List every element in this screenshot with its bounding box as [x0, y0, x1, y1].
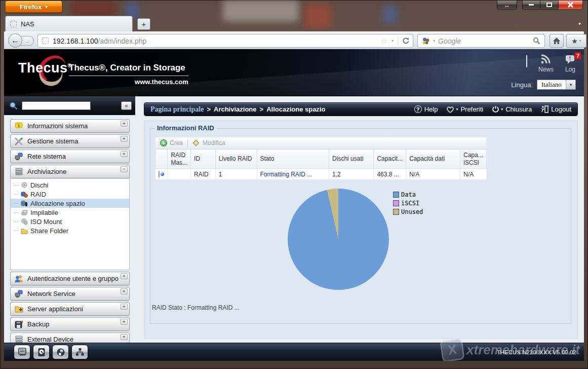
- expand-icon[interactable]: +: [121, 121, 128, 127]
- sidebar-collapse-button[interactable]: «: [121, 101, 132, 110]
- create-button[interactable]: + Crea: [160, 139, 183, 146]
- footer-disk-status-button[interactable]: [33, 345, 50, 359]
- close-button[interactable]: [559, 0, 583, 10]
- expand-icon[interactable]: +: [121, 151, 128, 157]
- section-label: Server applicazioni: [27, 305, 83, 313]
- bookmark-star-icon[interactable]: ☆: [381, 36, 387, 46]
- url-bar[interactable]: 192.168.1.100/adm/index.php ☆ ▾: [37, 34, 413, 48]
- tagline-text: Thecus®, Creator in Storage: [69, 63, 188, 76]
- sidebar-section-network-service[interactable]: Network Service +: [10, 287, 130, 301]
- log-button[interactable]: ! 7 Log: [565, 54, 576, 73]
- sidebar-section-server-applicazioni[interactable]: Server applicazioni +: [10, 302, 130, 316]
- raid-radio-button[interactable]: [159, 170, 160, 178]
- header-disks-used[interactable]: Dischi usati: [329, 150, 374, 169]
- breadcrumb-home-link[interactable]: Pagina principale: [150, 105, 204, 114]
- app-folder-icon: [15, 305, 23, 313]
- title-bar: Firefox ▾ ↔: [0, 0, 588, 15]
- sidebar-item-share-folder[interactable]: Share Folder: [11, 226, 129, 235]
- search-engine-dropdown-icon[interactable]: ▾: [433, 39, 435, 43]
- sidebar-item-allocazione-spazio[interactable]: Allocazione spazio: [11, 199, 129, 208]
- site-url-text: www.thecus.com: [69, 78, 188, 86]
- search-bar[interactable]: ▾ Google: [417, 34, 545, 48]
- header-actions: News ! 7 Log: [526, 54, 576, 73]
- news-button[interactable]: News: [538, 54, 554, 73]
- sidebar-search-input[interactable]: [22, 101, 91, 110]
- back-button[interactable]: ←: [8, 33, 22, 48]
- header-status[interactable]: Stato: [257, 150, 329, 169]
- expand-icon[interactable]: +: [121, 273, 128, 279]
- sidebar-section-gestione-sistema[interactable]: Gestione sistema +: [10, 134, 130, 148]
- minimize-button[interactable]: [522, 0, 540, 10]
- sidebar-item-raid[interactable]: RAID: [11, 190, 129, 199]
- legend-swatch-unused: [393, 209, 399, 215]
- header-data-capacity[interactable]: Capacità dati: [406, 150, 460, 169]
- logout-link[interactable]: Logout: [540, 105, 571, 113]
- shutdown-link[interactable]: ▾ Chiusura: [492, 105, 532, 113]
- header-raid-level[interactable]: Livello RAID: [215, 150, 257, 169]
- expand-icon[interactable]: +: [121, 288, 128, 294]
- bookmarks-menu-button[interactable]: ★ ▾: [566, 34, 586, 48]
- raid-table: RAID Mas... ID Livello RAID Stato Dischi…: [155, 149, 487, 180]
- svg-text:i: i: [18, 123, 20, 128]
- page-viewport: Thecus® Thecus®, Creator in Storage www.…: [4, 49, 584, 361]
- bookmark-dropdown-icon[interactable]: ▾: [391, 39, 394, 43]
- sidebar-section-rete-sistema[interactable]: Rete sistema +: [10, 150, 130, 163]
- section-label: Informazioni sistema: [27, 122, 88, 130]
- log-count-badge: 7: [575, 52, 581, 59]
- sidebar-section-backup[interactable]: Backup +: [10, 317, 130, 331]
- sidebar-item-iso-mount[interactable]: ISO Mount: [11, 217, 129, 226]
- header-iscsi-capacity[interactable]: Capa... iSCSI: [460, 150, 487, 169]
- list-all-tabs-button[interactable]: ▾: [578, 21, 581, 26]
- header-capacity[interactable]: Capacit...: [374, 150, 406, 169]
- window-restore-button[interactable]: ↔: [497, 0, 517, 10]
- raid-status-link[interactable]: Formatting RAID ...: [260, 171, 312, 178]
- new-tab-button[interactable]: +: [137, 18, 150, 30]
- logout-icon: [540, 105, 548, 113]
- section-label: Gestione sistema: [27, 137, 78, 145]
- home-button[interactable]: [550, 34, 564, 48]
- legend-label: Unused: [401, 208, 423, 215]
- divider: [526, 55, 527, 67]
- fieldset-title: Informazioni RAID: [154, 124, 217, 132]
- header-id[interactable]: ID: [191, 150, 216, 169]
- users-icon: [15, 275, 23, 283]
- reload-icon[interactable]: [402, 37, 410, 45]
- sidebar-item-dischi[interactable]: Dischi: [11, 180, 129, 190]
- url-host: 192.168.1.100: [53, 37, 98, 45]
- table-row[interactable]: RAID 1 Formatting RAID ... 1,2 463.8 ...…: [155, 169, 487, 180]
- expand-icon[interactable]: +: [121, 136, 128, 142]
- firefox-menu-button[interactable]: Firefox ▾: [5, 1, 62, 13]
- footer-nas-status-button[interactable]: [14, 345, 30, 359]
- heart-icon: [446, 106, 454, 113]
- favorites-link[interactable]: ▾ Preferiti: [446, 105, 483, 113]
- storage-server-icon: [15, 168, 23, 176]
- google-logo-icon: [422, 37, 430, 45]
- edit-button[interactable]: Modifica: [192, 139, 225, 146]
- forward-button[interactable]: →: [20, 36, 34, 46]
- sidebar-section-informazioni-sistema[interactable]: i Informazioni sistema +: [10, 119, 130, 133]
- chevron-down-icon: ▾: [501, 107, 503, 112]
- language-select[interactable]: Italiano ▾: [537, 80, 576, 90]
- expand-icon[interactable]: +: [121, 319, 128, 325]
- expand-icon[interactable]: +: [121, 304, 128, 310]
- search-icon[interactable]: [533, 37, 540, 45]
- news-label: News: [538, 66, 554, 73]
- cell-iscsi-capacity: N/A: [460, 169, 487, 180]
- sidebar-item-impilabile[interactable]: Impilabile: [11, 208, 129, 217]
- footer-network-status-button[interactable]: [71, 345, 88, 359]
- footer-fan-status-button[interactable]: [52, 345, 69, 359]
- expand-icon[interactable]: +: [121, 334, 128, 340]
- collapse-icon[interactable]: −: [121, 166, 128, 172]
- tab-nas[interactable]: NAS: [5, 16, 133, 31]
- log-label: Log: [565, 66, 575, 73]
- help-link[interactable]: ? Help: [414, 105, 438, 113]
- edit-label: Modifica: [203, 139, 225, 146]
- maximize-button[interactable]: [540, 0, 559, 10]
- browser-window: Firefox ▾ ↔ NAS + ▾ ← → 192.168.1.100/ad…: [0, 0, 588, 369]
- header-raid-master[interactable]: RAID Mas...: [168, 150, 191, 169]
- section-label: Rete sistema: [27, 153, 66, 160]
- search-input[interactable]: Google: [438, 37, 530, 45]
- sidebar-section-archiviazione[interactable]: Archiviazione −: [10, 165, 130, 178]
- home-icon: [553, 37, 561, 45]
- sidebar-section-autenticazione[interactable]: Autenticazione utente e gruppo +: [10, 272, 130, 285]
